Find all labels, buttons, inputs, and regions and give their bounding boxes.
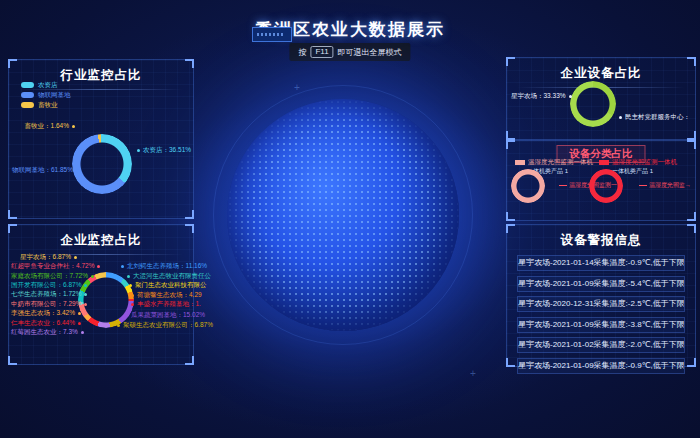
legend-swatch	[21, 92, 34, 98]
industry-legend: 农资店 物联网基地 畜牧业	[21, 80, 71, 110]
enterprise-panel-title: 企业监控占比	[9, 225, 193, 249]
decor-plus-icon: +	[470, 368, 476, 379]
chart-callout: 国开发有限公司：6.87%	[11, 281, 77, 289]
page-title: 秀洲区农业大数据展示	[0, 18, 700, 41]
chart-callout: 荷塘鳖生态农场：4.29	[131, 291, 202, 299]
chart-callout: 家庭农场有限公司：7.72%	[11, 272, 77, 280]
legend-item[interactable]: 农资店	[21, 80, 71, 90]
tip-prefix: 按	[298, 47, 306, 58]
alarm-row: 星宇农场-2020-12-31采集温度:-2.5℃,低于下限:0℃	[517, 296, 685, 312]
chart-callout: 中奶市有限公司：7.29%	[11, 300, 77, 308]
chart-callout: 聚门生态农业科技有限公	[129, 281, 207, 289]
alarm-row: 星宇农场-2021-01-02采集温度:-2.0℃,低于下限:0℃	[517, 337, 685, 353]
chart-callout: 李强生态农场：3.42%	[11, 309, 77, 317]
f11-key-badge: F11	[310, 46, 333, 58]
alarm-row: 星宇农场-2021-01-14采集温度:-0.9℃,低于下限:0℃	[517, 255, 685, 271]
alarm-row: 星宇农场-2021-01-09采集温度:-3.8℃,低于下限:0℃	[517, 317, 685, 333]
device-alarms-panel: 设备警报信息 星宇农场-2021-01-14采集温度:-0.9℃,低于下限:0℃…	[506, 224, 696, 367]
legend-item[interactable]: 畜牧业	[21, 100, 71, 110]
chart-callout: 温湿度光照监→	[639, 181, 691, 190]
legend-label: 畜牧业	[38, 101, 58, 110]
legend-item[interactable]: 物联网基地	[21, 90, 71, 100]
dashboard: 秀洲区农业大数据展示 按 F11 即可退出全屏模式 + + 行业监控占比 农资店…	[0, 0, 700, 438]
chart-callout: 七华生态养殖场：1.72%	[11, 290, 77, 298]
legend-item[interactable]: 温湿度光照监测一体机	[515, 158, 593, 167]
chart-callout: 星宇农场：6.87%	[11, 253, 77, 261]
legend-label: 农资店	[38, 81, 58, 90]
legend-swatch	[21, 102, 34, 108]
alarm-row: 星宇农场-2021-01-09采集温度:-0.9℃,低于下限:0℃	[517, 358, 685, 374]
globe-visualization	[227, 99, 459, 331]
legend-item[interactable]: 温湿度光照监测一体机	[599, 158, 677, 167]
devices-donut-chart[interactable]	[570, 81, 616, 127]
device-class-panel: 设备分类占比 温湿度光照监测一体机 一体机类产品 1 温湿度光照监测一→ 温湿度…	[506, 140, 696, 221]
chart-callout: 瓜果蔬菜园基地：15.02%	[125, 311, 205, 319]
device-class-donut-left[interactable]	[511, 169, 545, 203]
enterprise-devices-panel: 企业设备占比 星宇农场：33.33% 民主村党群服务中心：	[506, 57, 696, 140]
fullscreen-tip: 按 F11 即可退出全屏模式	[289, 43, 410, 61]
chart-callout: 丰盛水产养殖基地：1.	[131, 300, 201, 308]
legend-swatch	[515, 160, 525, 165]
alarm-list: 星宇农场-2021-01-14采集温度:-0.9℃,低于下限:0℃ 星宇农场-2…	[507, 249, 695, 374]
alarm-row: 星宇农场-2021-01-09采集温度:-5.4℃,低于下限:0℃	[517, 276, 685, 292]
chart-callout: 畜牧业：1.64%	[11, 122, 75, 130]
devices-panel-title: 企业设备占比	[507, 58, 695, 82]
header-logo-badge	[252, 27, 292, 42]
alarms-panel-title: 设备警报信息	[507, 225, 695, 249]
enterprise-monitor-panel: 企业监控占比 星宇农场：6.87% 红超甲鱼专业合作社：4.72% 家庭农场有限…	[8, 224, 194, 365]
legend-label: 温湿度光照监测一体机	[612, 158, 677, 167]
tip-suffix: 即可退出全屏模式	[338, 47, 402, 58]
chart-callout: 北刘鳄生态养殖场：11.16%	[121, 262, 207, 270]
legend-label: 物联网基地	[38, 91, 71, 100]
legend-swatch	[21, 82, 34, 88]
chart-callout: 物联网基地：61.85%	[11, 166, 79, 174]
industry-donut-chart[interactable]	[72, 134, 132, 194]
chart-callout: 大运河生态牧业有限责任公	[127, 272, 211, 280]
chart-callout: 红超甲鱼专业合作社：4.72%	[11, 262, 77, 270]
chart-callout: 红莓园生态农业：7.3%	[11, 328, 77, 336]
industry-monitor-panel: 行业监控占比 农资店 物联网基地 畜牧业 畜牧业：1.64% 农资店：36.51…	[8, 59, 194, 219]
enterprise-donut-chart[interactable]	[78, 272, 134, 328]
chart-callout: 农资店：36.51%	[137, 146, 191, 154]
chart-callout: 民主村党群服务中心：	[619, 113, 690, 121]
chart-callout: 聚硕生态农业有限公司：6.87%	[117, 321, 213, 329]
legend-label: 温湿度光照监测一体机	[528, 158, 593, 167]
decor-plus-icon: +	[294, 82, 300, 93]
chart-callout: 仁丰生态农业：6.44%	[11, 319, 77, 327]
legend-swatch	[599, 160, 609, 165]
device-class-donut-right[interactable]	[589, 169, 623, 203]
chart-callout: 星宇农场：33.33%	[511, 92, 567, 100]
